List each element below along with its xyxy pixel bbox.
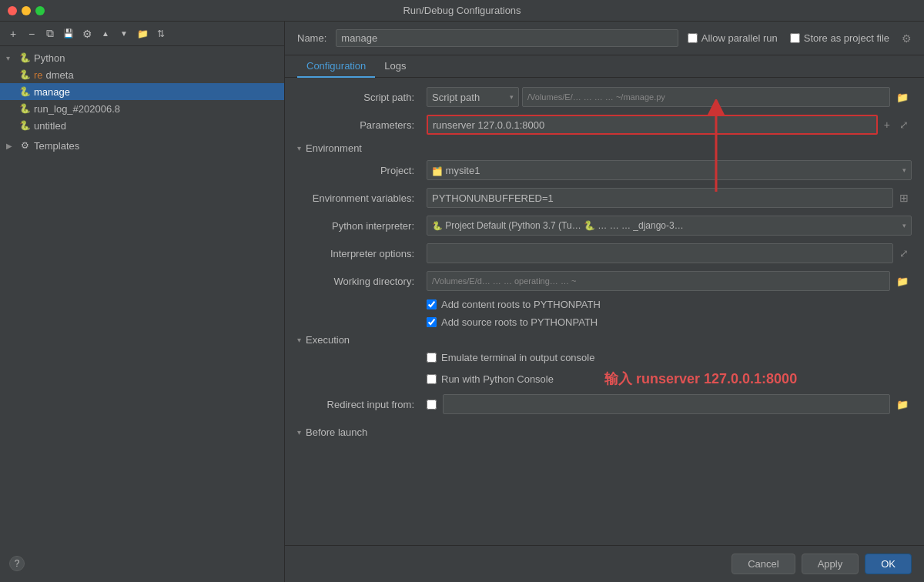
redirect-input-value[interactable] <box>443 394 890 414</box>
env-vars-browse-button[interactable]: ⊞ <box>896 190 912 206</box>
window-title: Run/Debug Configurations <box>403 5 521 16</box>
name-input[interactable] <box>336 29 678 47</box>
expand-arrow-python: ▾ <box>6 54 15 62</box>
tab-configuration[interactable]: Configuration <box>297 55 375 78</box>
redirect-input-label: Redirect input from: <box>297 399 420 410</box>
allow-parallel-label[interactable]: Allow parallel run <box>688 32 778 44</box>
env-vars-field: ⊞ <box>427 188 912 208</box>
arrow-up-icon: ▲ <box>102 29 109 38</box>
redirect-input-row: Redirect input from: 📁 <box>297 394 912 414</box>
move-down-button[interactable]: ▼ <box>116 25 132 42</box>
project-label: Project: <box>297 165 420 176</box>
folder-button[interactable]: 📁 <box>134 25 151 42</box>
minimize-button[interactable] <box>22 6 31 15</box>
title-bar: Run/Debug Configurations <box>0 0 924 22</box>
interpreter-options-input[interactable] <box>427 243 893 263</box>
sidebar-item-runlog[interactable]: 🐍 run_log_#202006.8 <box>0 100 284 117</box>
environment-section: ▾ Environment <box>297 142 912 154</box>
redirect-folder-icon: 📁 <box>896 399 909 410</box>
store-as-project-checkbox[interactable] <box>790 33 800 43</box>
working-dir-field: 📁 <box>427 271 912 291</box>
execution-label: Execution <box>306 334 350 346</box>
script-path-dropdown-arrow: ▾ <box>510 93 514 101</box>
sort-icon: ⇅ <box>157 28 165 39</box>
close-button[interactable] <box>8 6 17 15</box>
sidebar-item-python-group[interactable]: ▾ 🐍 Python <box>0 49 284 66</box>
sidebar-item-manage[interactable]: 🐍 manage <box>0 83 284 100</box>
parameters-input[interactable] <box>427 115 878 135</box>
script-path-browse-button[interactable]: 📁 <box>893 89 912 105</box>
project-row: Project: 🗂️ mysite1 ▾ <box>297 160 912 180</box>
copy-config-button[interactable]: ⧉ <box>42 25 59 42</box>
sort-button[interactable]: ⇅ <box>152 25 169 42</box>
before-launch-arrow[interactable]: ▾ <box>297 428 301 436</box>
python-file-icon-1: 🐍 <box>18 69 31 81</box>
folder-browse-icon: 📁 <box>896 92 909 103</box>
python-file-icon-manage: 🐍 <box>18 85 31 98</box>
working-dir-browse-button[interactable]: 📁 <box>893 273 912 289</box>
execution-expand-arrow[interactable]: ▾ <box>297 336 301 344</box>
add-source-roots-checkbox[interactable] <box>427 317 437 327</box>
before-launch-section: ▾ Before launch <box>297 426 912 438</box>
environment-expand-arrow[interactable]: ▾ <box>297 144 301 152</box>
store-settings-gear[interactable]: ⚙ <box>902 32 912 45</box>
help-button[interactable]: ? <box>9 556 25 571</box>
project-selector[interactable]: 🗂️ mysite1 ▾ <box>427 160 912 180</box>
parameters-label: Parameters: <box>297 119 420 131</box>
add-config-button[interactable]: + <box>5 25 22 42</box>
sidebar-item-untitled[interactable]: 🐍 untitled <box>0 117 284 134</box>
execution-section: ▾ Execution <box>297 334 912 346</box>
python-interpreter-selector[interactable]: 🐍 Project Default (Python 3.7 (Tu… 🐍 … …… <box>427 216 912 236</box>
python-interpreter-row: Python interpreter: 🐍 Project Default (P… <box>297 216 912 236</box>
env-vars-input[interactable] <box>427 188 893 208</box>
redirect-input-field: 📁 <box>427 394 912 414</box>
emulate-terminal-row: Emulate terminal in output console <box>297 352 912 363</box>
name-label: Name: <box>297 32 326 44</box>
plus-icon: + <box>10 28 16 40</box>
cancel-button[interactable]: Cancel <box>732 554 795 574</box>
interpreter-options-expand-button[interactable]: ⤢ <box>896 246 912 261</box>
sidebar-item-label-runlog: run_log_#202006.8 <box>34 103 120 115</box>
sidebar-item-label-redmeta: re <box>34 69 43 81</box>
script-path-type-label: Script path <box>432 92 480 103</box>
settings-button[interactable]: ⚙ <box>79 25 95 42</box>
apply-button[interactable]: Apply <box>802 554 859 574</box>
run-with-console-checkbox[interactable] <box>427 374 437 384</box>
arrow-down-icon: ▼ <box>120 29 128 38</box>
remove-config-button[interactable]: − <box>23 25 40 42</box>
sidebar-item-templates[interactable]: ▶ ⚙ Templates <box>0 137 284 154</box>
save-icon: 💾 <box>63 28 74 38</box>
templates-label: Templates <box>34 140 79 152</box>
tab-logs[interactable]: Logs <box>375 55 415 78</box>
redirect-input-checkbox[interactable] <box>427 400 437 410</box>
interpreter-dropdown-arrow: ▾ <box>902 222 906 229</box>
templates-icon: ⚙ <box>18 139 31 152</box>
script-path-field: Script path ▾ /Volumes/E/… … … … ~/manag… <box>427 87 912 107</box>
maximize-button[interactable] <box>35 6 45 15</box>
before-launch-label: Before launch <box>306 426 367 438</box>
save-config-button[interactable]: 💾 <box>60 25 77 42</box>
parameters-expand-button[interactable]: ⤢ <box>896 117 912 132</box>
move-up-button[interactable]: ▲ <box>97 25 114 42</box>
project-field: 🗂️ mysite1 ▾ <box>427 160 912 180</box>
project-value: 🗂️ mysite1 <box>432 165 480 176</box>
store-as-project-label[interactable]: Store as project file <box>790 32 889 44</box>
working-dir-label: Working directory: <box>297 276 420 287</box>
parameters-row: Parameters: + ⤢ <box>297 115 912 135</box>
script-path-row: Script path: Script path ▾ /Volumes/E/… … <box>297 87 912 107</box>
window-controls[interactable] <box>8 6 45 15</box>
add-content-roots-checkbox[interactable] <box>427 299 437 309</box>
environment-label: Environment <box>306 142 362 154</box>
sidebar-item-redmeta[interactable]: 🐍 redmeta <box>0 66 284 83</box>
parameters-add-button[interactable]: + <box>881 117 893 132</box>
env-vars-row: Environment variables: ⊞ <box>297 188 912 208</box>
python-interpreter-field: 🐍 Project Default (Python 3.7 (Tu… 🐍 … …… <box>427 216 912 236</box>
sidebar-item-label-redmeta2: dmeta <box>46 69 74 81</box>
allow-parallel-checkbox[interactable] <box>688 33 698 43</box>
script-path-type-selector[interactable]: Script path ▾ <box>427 87 519 107</box>
ok-button[interactable]: OK <box>865 554 912 574</box>
emulate-terminal-checkbox[interactable] <box>427 353 437 363</box>
python-group-label: Python <box>34 52 65 64</box>
redirect-browse-button[interactable]: 📁 <box>893 396 912 412</box>
working-dir-input[interactable] <box>427 271 890 291</box>
